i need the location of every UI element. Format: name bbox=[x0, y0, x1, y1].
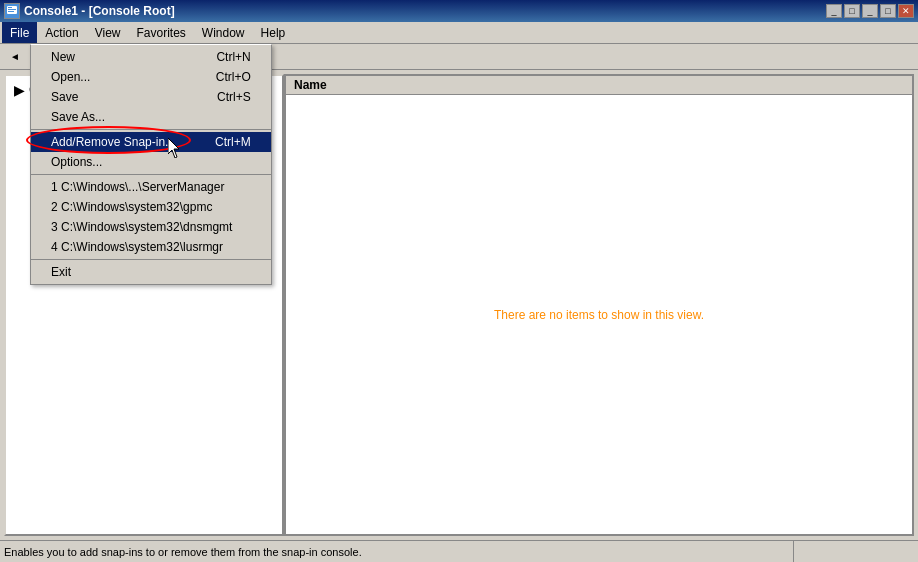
menu-add-remove-snapin[interactable]: Add/Remove Snap-in... Ctrl+M bbox=[31, 132, 271, 152]
menu-help[interactable]: Help bbox=[253, 22, 294, 43]
menu-window[interactable]: Window bbox=[194, 22, 253, 43]
app-icon bbox=[4, 3, 20, 19]
svg-rect-2 bbox=[8, 7, 12, 8]
menu-save-shortcut: Ctrl+S bbox=[217, 90, 251, 104]
menu-options-label: Options... bbox=[51, 155, 102, 169]
tree-expand-icon: ▶ bbox=[14, 82, 25, 98]
menu-new[interactable]: New Ctrl+N bbox=[31, 47, 271, 67]
menu-exit-label: Exit bbox=[51, 265, 71, 279]
outer-minimize-btn[interactable]: _ bbox=[862, 4, 878, 18]
back-button[interactable]: ◄ bbox=[4, 47, 26, 67]
title-bar-buttons: _ □ _ □ ✕ bbox=[826, 4, 914, 18]
right-panel: Name There are no items to show in this … bbox=[284, 74, 914, 536]
right-panel-content: There are no items to show in this view. bbox=[286, 95, 912, 534]
right-panel-header: Name bbox=[286, 76, 912, 95]
inner-restore-btn[interactable]: □ bbox=[844, 4, 860, 18]
menu-file[interactable]: File bbox=[2, 22, 37, 43]
menu-favorites[interactable]: Favorites bbox=[129, 22, 194, 43]
status-bar: Enables you to add snap-ins to or remove… bbox=[0, 540, 918, 562]
menu-open-label: Open... bbox=[51, 70, 90, 84]
inner-minimize-btn[interactable]: _ bbox=[826, 4, 842, 18]
outer-close-btn[interactable]: ✕ bbox=[898, 4, 914, 18]
menu-save[interactable]: Save Ctrl+S bbox=[31, 87, 271, 107]
menu-exit[interactable]: Exit bbox=[31, 262, 271, 282]
recent-file-3[interactable]: 3 C:\Windows\system32\dnsmgmt bbox=[31, 217, 271, 237]
recent-file-1[interactable]: 1 C:\Windows\...\ServerManager bbox=[31, 177, 271, 197]
menu-action[interactable]: Action bbox=[37, 22, 86, 43]
status-extra bbox=[794, 541, 914, 562]
menu-add-remove-snapin-shortcut: Ctrl+M bbox=[215, 135, 251, 149]
window-title: Console1 - [Console Root] bbox=[24, 4, 175, 18]
title-bar: Console1 - [Console Root] _ □ _ □ ✕ bbox=[0, 0, 918, 22]
menu-add-remove-snapin-label: Add/Remove Snap-in... bbox=[51, 135, 175, 149]
file-menu-section-4: Exit bbox=[31, 260, 271, 284]
svg-rect-3 bbox=[8, 9, 16, 10]
file-menu-section-3: 1 C:\Windows\...\ServerManager 2 C:\Wind… bbox=[31, 175, 271, 260]
column-name: Name bbox=[294, 78, 327, 92]
menu-bar: File Action View Favorites Window Help bbox=[0, 22, 918, 44]
menu-save-as-label: Save As... bbox=[51, 110, 105, 124]
file-menu-section-1: New Ctrl+N Open... Ctrl+O Save Ctrl+S Sa… bbox=[31, 45, 271, 130]
file-dropdown-menu: New Ctrl+N Open... Ctrl+O Save Ctrl+S Sa… bbox=[30, 44, 272, 285]
menu-open[interactable]: Open... Ctrl+O bbox=[31, 67, 271, 87]
recent-file-2[interactable]: 2 C:\Windows\system32\gpmc bbox=[31, 197, 271, 217]
status-text: Enables you to add snap-ins to or remove… bbox=[4, 546, 362, 558]
menu-open-shortcut: Ctrl+O bbox=[216, 70, 251, 84]
menu-new-shortcut: Ctrl+N bbox=[216, 50, 250, 64]
menu-save-as[interactable]: Save As... bbox=[31, 107, 271, 127]
status-message: Enables you to add snap-ins to or remove… bbox=[4, 541, 794, 562]
svg-rect-4 bbox=[8, 11, 14, 12]
file-menu-section-2: Add/Remove Snap-in... Ctrl+M Options... bbox=[31, 130, 271, 175]
menu-options[interactable]: Options... bbox=[31, 152, 271, 172]
menu-save-label: Save bbox=[51, 90, 78, 104]
menu-view[interactable]: View bbox=[87, 22, 129, 43]
menu-new-label: New bbox=[51, 50, 75, 64]
outer-maximize-btn[interactable]: □ bbox=[880, 4, 896, 18]
recent-file-4[interactable]: 4 C:\Windows\system32\lusrmgr bbox=[31, 237, 271, 257]
empty-message: There are no items to show in this view. bbox=[494, 308, 704, 322]
